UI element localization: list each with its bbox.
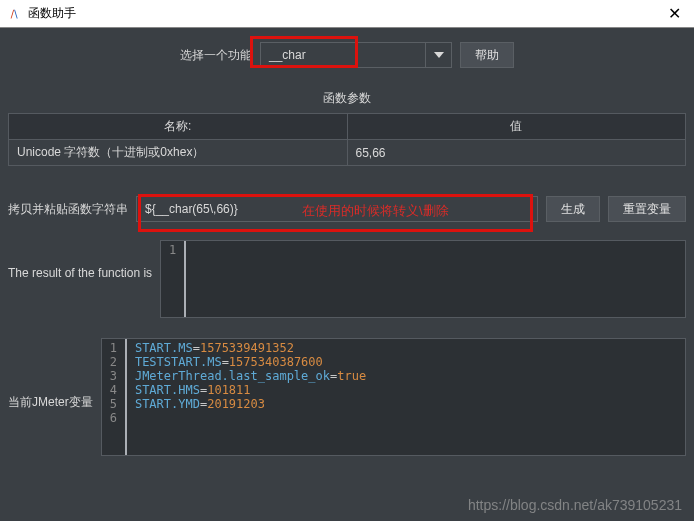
reset-vars-button[interactable]: 重置变量 (608, 196, 686, 222)
watermark: https://blog.csdn.net/ak739105231 (468, 497, 682, 513)
param-name-cell[interactable]: Unicode 字符数（十进制或0xhex） (9, 140, 348, 166)
jmeter-vars-output[interactable]: 123456 START.MS=1575339491352TESTSTART.M… (101, 338, 686, 456)
select-function-label: 选择一个功能 (180, 47, 252, 64)
title-bar: 函数助手 ✕ (0, 0, 694, 28)
params-table: 名称: 值 Unicode 字符数（十进制或0xhex） 65,66 (8, 113, 686, 166)
result-gutter: 1 (161, 241, 186, 317)
param-value-cell[interactable]: 65,66 (347, 140, 686, 166)
close-icon[interactable]: ✕ (662, 4, 686, 23)
function-combo-value: __char (261, 48, 425, 62)
chevron-down-icon[interactable] (425, 43, 451, 67)
generate-button[interactable]: 生成 (546, 196, 600, 222)
jmeter-vars-row: 当前JMeter变量 123456 START.MS=1575339491352… (8, 338, 686, 456)
copy-string-label: 拷贝并粘贴函数字符串 (8, 201, 128, 218)
app-icon (8, 7, 22, 21)
vars-gutter: 123456 (102, 339, 127, 455)
window-title: 函数助手 (28, 5, 662, 22)
col-value-header: 值 (347, 114, 686, 140)
result-row: The result of the function is 1 (8, 240, 686, 318)
help-button[interactable]: 帮助 (460, 42, 514, 68)
result-output[interactable]: 1 (160, 240, 686, 318)
result-label: The result of the function is (8, 240, 152, 280)
function-string-input[interactable] (136, 196, 538, 222)
copy-string-row: 拷贝并粘贴函数字符串 生成 重置变量 (8, 196, 686, 222)
vars-lines: START.MS=1575339491352TESTSTART.MS=15753… (127, 339, 374, 455)
function-combo[interactable]: __char (260, 42, 452, 68)
jmeter-vars-label: 当前JMeter变量 (8, 338, 93, 411)
function-selector-row: 选择一个功能 __char 帮助 (8, 42, 686, 68)
result-lines (186, 241, 202, 317)
col-name-header: 名称: (9, 114, 348, 140)
params-title: 函数参数 (8, 90, 686, 107)
content-area: 选择一个功能 __char 帮助 函数参数 名称: 值 Unicode 字符数（… (0, 28, 694, 464)
table-row[interactable]: Unicode 字符数（十进制或0xhex） 65,66 (9, 140, 686, 166)
